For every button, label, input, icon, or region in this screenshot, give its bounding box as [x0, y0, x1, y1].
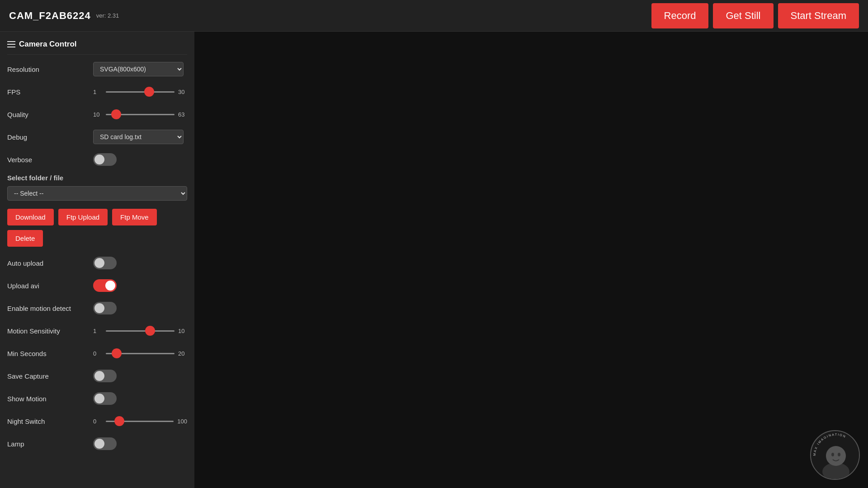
min-seconds-min: 0	[93, 350, 102, 357]
fps-slider[interactable]	[106, 91, 175, 93]
debug-value: SD card log.txt None Serial	[93, 130, 187, 144]
lamp-value	[93, 437, 187, 450]
verbose-value	[93, 153, 187, 166]
resolution-value: SVGA(800x600) VGA(640x480) HD(1280x720)	[93, 62, 187, 76]
resolution-select[interactable]: SVGA(800x600) VGA(640x480) HD(1280x720)	[93, 62, 184, 76]
save-capture-label: Save Capture	[7, 372, 93, 380]
get-still-button[interactable]: Get Still	[713, 3, 773, 28]
action-buttons: Download Ftp Upload Ftp Move Delete	[7, 209, 187, 247]
lamp-row: Lamp	[7, 436, 187, 452]
fps-row: FPS 1 30	[7, 84, 187, 100]
save-capture-slider	[93, 370, 117, 382]
upload-avi-toggle[interactable]	[93, 279, 117, 292]
avatar: MAX IMAGINATION	[810, 430, 860, 480]
motion-sensitivity-row: Motion Sensitivity 1 10	[7, 323, 187, 339]
lamp-toggle[interactable]	[93, 437, 117, 450]
start-stream-button[interactable]: Start Stream	[778, 3, 859, 28]
min-seconds-label: Min Seconds	[7, 350, 93, 357]
motion-sensitivity-slider[interactable]	[106, 330, 175, 332]
upload-avi-slider	[93, 279, 117, 292]
verbose-row: Verbose	[7, 151, 187, 168]
auto-upload-slider	[93, 257, 117, 269]
select-folder-section: Select folder / file -- Select -- folder…	[7, 174, 187, 206]
auto-upload-label: Auto upload	[7, 259, 93, 267]
ftp-move-button[interactable]: Ftp Move	[112, 209, 157, 225]
fps-min: 1	[93, 89, 102, 95]
auto-upload-value	[93, 257, 187, 269]
save-capture-row: Save Capture	[7, 368, 187, 384]
verbose-toggle[interactable]	[93, 153, 117, 166]
fps-value: 1 30	[93, 89, 187, 95]
motion-detect-row: Enable motion detect	[7, 300, 187, 316]
show-motion-slider	[93, 392, 117, 405]
version-label: ver: 2.31	[96, 12, 119, 19]
motion-detect-toggle[interactable]	[93, 302, 117, 314]
fps-label: FPS	[7, 88, 93, 96]
motion-sensitivity-value: 1 10	[93, 328, 187, 334]
night-switch-label: Night Switch	[7, 418, 93, 425]
upload-avi-value	[93, 279, 187, 292]
motion-detect-label: Enable motion detect	[7, 305, 93, 312]
ftp-upload-button[interactable]: Ftp Upload	[58, 209, 108, 225]
show-motion-label: Show Motion	[7, 395, 93, 403]
motion-sensitivity-max: 10	[178, 328, 187, 334]
motion-detect-value	[93, 302, 187, 314]
delete-button[interactable]: Delete	[7, 230, 43, 247]
show-motion-toggle[interactable]	[93, 392, 117, 405]
quality-slider[interactable]	[106, 114, 175, 115]
night-switch-value: 0 100	[93, 418, 187, 425]
menu-icon[interactable]	[7, 41, 15, 47]
verbose-slider	[93, 153, 117, 166]
header-buttons: Record Get Still Start Stream	[651, 3, 859, 28]
resolution-label: Resolution	[7, 66, 93, 73]
upload-avi-label: Upload avi	[7, 282, 93, 290]
quality-max: 63	[178, 111, 187, 118]
upload-avi-row: Upload avi	[7, 277, 187, 294]
auto-upload-toggle[interactable]	[93, 257, 117, 269]
quality-label: Quality	[7, 111, 93, 118]
download-button[interactable]: Download	[7, 209, 54, 225]
night-switch-row: Night Switch 0 100	[7, 413, 187, 429]
avatar-image: MAX IMAGINATION	[811, 431, 860, 480]
debug-select[interactable]: SD card log.txt None Serial	[93, 130, 184, 144]
quality-value: 10 63	[93, 111, 187, 118]
save-capture-value	[93, 370, 187, 382]
main-content	[194, 32, 868, 488]
lamp-slider	[93, 437, 117, 450]
camera-id: CAM_F2AB6224	[9, 10, 91, 22]
auto-upload-row: Auto upload	[7, 255, 187, 271]
folder-select[interactable]: -- Select -- folder1 folder2	[7, 186, 187, 201]
show-motion-value	[93, 392, 187, 405]
fps-max: 30	[178, 89, 187, 95]
night-switch-min: 0	[93, 418, 102, 425]
svg-point-2	[826, 446, 846, 466]
quality-row: Quality 10 63	[7, 106, 187, 122]
resolution-row: Resolution SVGA(800x600) VGA(640x480) HD…	[7, 61, 187, 77]
sidebar: Camera Control Resolution SVGA(800x600) …	[0, 32, 194, 488]
night-switch-slider[interactable]	[106, 421, 174, 422]
record-button[interactable]: Record	[651, 3, 709, 28]
motion-sensitivity-min: 1	[93, 328, 102, 334]
min-seconds-max: 20	[178, 350, 187, 357]
svg-point-3	[831, 453, 834, 456]
save-capture-toggle[interactable]	[93, 370, 117, 382]
debug-row: Debug SD card log.txt None Serial	[7, 129, 187, 145]
verbose-label: Verbose	[7, 156, 93, 164]
svg-point-4	[838, 453, 840, 456]
header: CAM_F2AB6224 ver: 2.31 Record Get Still …	[0, 0, 868, 32]
min-seconds-value: 0 20	[93, 350, 187, 357]
quality-min: 10	[93, 111, 102, 118]
debug-label: Debug	[7, 133, 93, 141]
show-motion-row: Show Motion	[7, 390, 187, 407]
night-switch-max: 100	[177, 418, 187, 425]
lamp-label: Lamp	[7, 440, 93, 448]
min-seconds-slider[interactable]	[106, 353, 175, 354]
select-folder-label: Select folder / file	[7, 174, 187, 182]
panel-title-text: Camera Control	[19, 40, 77, 49]
motion-detect-slider	[93, 302, 117, 314]
min-seconds-row: Min Seconds 0 20	[7, 345, 187, 361]
panel-title: Camera Control	[7, 36, 187, 55]
motion-sensitivity-label: Motion Sensitivity	[7, 327, 93, 335]
